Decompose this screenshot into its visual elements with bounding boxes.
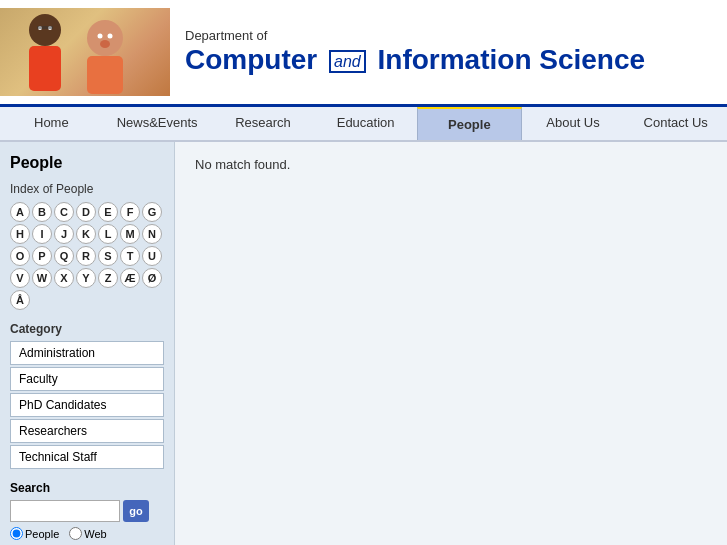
- search-row: go: [10, 500, 164, 522]
- svg-rect-6: [37, 26, 53, 29]
- radio-people-label[interactable]: People: [10, 527, 59, 540]
- main-area: People Index of People ABCDEFGHIJKLMNOPQ…: [0, 142, 727, 545]
- svg-point-8: [108, 34, 113, 39]
- nav-contactus[interactable]: Contact Us: [624, 107, 727, 140]
- radio-people[interactable]: [10, 527, 23, 540]
- svg-point-7: [98, 34, 103, 39]
- alpha-btn-e[interactable]: E: [98, 202, 118, 222]
- category-item[interactable]: PhD Candidates: [10, 393, 164, 417]
- alpha-btn-a[interactable]: A: [10, 202, 30, 222]
- sidebar-title: People: [10, 154, 164, 172]
- alpha-btn-m[interactable]: M: [120, 224, 140, 244]
- alpha-btn-ø[interactable]: Ø: [142, 268, 162, 288]
- nav-education[interactable]: Education: [314, 107, 417, 140]
- category-item[interactable]: Researchers: [10, 419, 164, 443]
- alpha-btn-k[interactable]: K: [76, 224, 96, 244]
- main-title: Computer and Information Science: [185, 43, 717, 77]
- search-radio-group: People Web: [10, 527, 164, 540]
- alpha-btn-æ[interactable]: Æ: [120, 268, 140, 288]
- alpha-btn-c[interactable]: C: [54, 202, 74, 222]
- alpha-btn-å[interactable]: Å: [10, 290, 30, 310]
- title-information-science: Information Science: [378, 44, 646, 75]
- index-label: Index of People: [10, 182, 164, 196]
- nav-newsevents[interactable]: News&Events: [103, 107, 212, 140]
- alpha-btn-b[interactable]: B: [32, 202, 52, 222]
- alpha-btn-i[interactable]: I: [32, 224, 52, 244]
- alpha-btn-u[interactable]: U: [142, 246, 162, 266]
- radio-web[interactable]: [69, 527, 82, 540]
- main-nav: Home News&Events Research Education Peop…: [0, 107, 727, 142]
- alpha-btn-w[interactable]: W: [32, 268, 52, 288]
- header-logo: [0, 8, 170, 96]
- alpha-btn-h[interactable]: H: [10, 224, 30, 244]
- nav-aboutus[interactable]: About Us: [522, 107, 625, 140]
- and-word: and: [329, 50, 366, 73]
- category-item[interactable]: Technical Staff: [10, 445, 164, 469]
- search-label: Search: [10, 481, 164, 495]
- alpha-btn-o[interactable]: O: [10, 246, 30, 266]
- no-match-message: No match found.: [195, 157, 707, 172]
- main-content: No match found.: [175, 142, 727, 545]
- nav-people[interactable]: People: [417, 107, 522, 140]
- category-label: Category: [10, 322, 164, 336]
- category-item[interactable]: Faculty: [10, 367, 164, 391]
- alpha-btn-f[interactable]: F: [120, 202, 140, 222]
- title-computer: Computer: [185, 44, 317, 75]
- nav-home[interactable]: Home: [0, 107, 103, 140]
- alpha-btn-l[interactable]: L: [98, 224, 118, 244]
- search-input[interactable]: [10, 500, 120, 522]
- alpha-btn-r[interactable]: R: [76, 246, 96, 266]
- header-title: Department of Computer and Information S…: [170, 28, 717, 77]
- alpha-btn-y[interactable]: Y: [76, 268, 96, 288]
- svg-point-0: [29, 14, 61, 46]
- alpha-btn-n[interactable]: N: [142, 224, 162, 244]
- radio-web-label[interactable]: Web: [69, 527, 106, 540]
- svg-rect-1: [29, 46, 61, 91]
- alpha-btn-z[interactable]: Z: [98, 268, 118, 288]
- alpha-btn-j[interactable]: J: [54, 224, 74, 244]
- search-button[interactable]: go: [123, 500, 149, 522]
- svg-rect-3: [87, 56, 123, 94]
- nav-research[interactable]: Research: [212, 107, 315, 140]
- category-item[interactable]: Administration: [10, 341, 164, 365]
- alpha-btn-x[interactable]: X: [54, 268, 74, 288]
- alpha-btn-t[interactable]: T: [120, 246, 140, 266]
- alpha-btn-s[interactable]: S: [98, 246, 118, 266]
- alphabet-grid: ABCDEFGHIJKLMNOPQRSTUVWXYZÆØÅ: [10, 202, 164, 310]
- svg-point-9: [100, 40, 110, 48]
- category-list: AdministrationFacultyPhD CandidatesResea…: [10, 341, 164, 469]
- alpha-btn-d[interactable]: D: [76, 202, 96, 222]
- dept-of-label: Department of: [185, 28, 717, 43]
- alpha-btn-v[interactable]: V: [10, 268, 30, 288]
- alpha-btn-q[interactable]: Q: [54, 246, 74, 266]
- alpha-btn-p[interactable]: P: [32, 246, 52, 266]
- page-header: Department of Computer and Information S…: [0, 0, 727, 107]
- sidebar: People Index of People ABCDEFGHIJKLMNOPQ…: [0, 142, 175, 545]
- alpha-btn-g[interactable]: G: [142, 202, 162, 222]
- svg-point-2: [87, 20, 123, 56]
